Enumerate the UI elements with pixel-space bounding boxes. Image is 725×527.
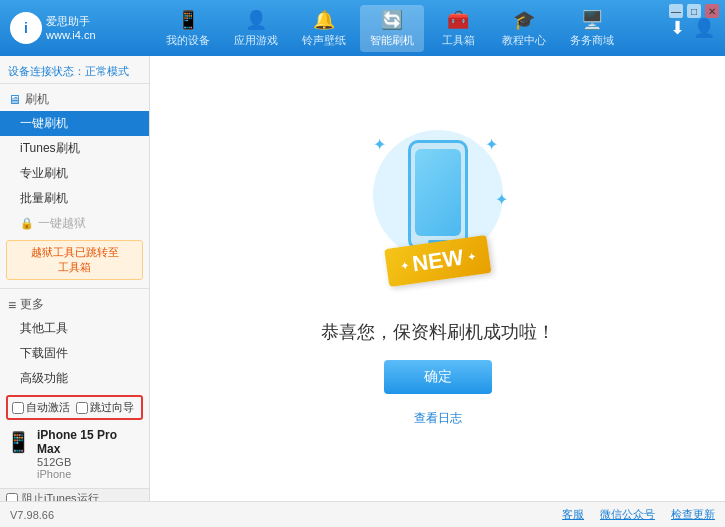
device-area: 自动激活 跳过向导 📱 iPhone 15 Pro Max 512GB iPho… — [0, 391, 149, 488]
nav-tab-ringtone[interactable]: 🔔 铃声壁纸 — [292, 5, 356, 52]
sidebar: 设备连接状态：正常模式 🖥 刷机 一键刷机 iTunes刷机 专业刷机 批量刷机… — [0, 56, 150, 501]
logo-icon: i — [10, 12, 42, 44]
nav-tab-toolbox[interactable]: 🧰 工具箱 — [428, 5, 488, 52]
lock-icon: 🔒 — [20, 217, 34, 230]
nav-tab-apps-games[interactable]: 👤 应用游戏 — [224, 5, 288, 52]
footer-links: 客服 微信公众号 检查更新 — [562, 507, 715, 522]
sidebar-item-onekey-jailbreak: 🔒 一键越狱 — [0, 211, 149, 236]
phone-frame — [408, 140, 468, 250]
phone-screen — [415, 149, 461, 236]
nav-tab-service[interactable]: 🖥️ 务务商域 — [560, 5, 624, 52]
my-device-icon: 📱 — [177, 9, 199, 31]
skip-guide-option[interactable]: 跳过向导 — [76, 400, 134, 415]
footer-link-update[interactable]: 检查更新 — [671, 507, 715, 522]
skip-guide-checkbox[interactable] — [76, 402, 88, 414]
download-icon[interactable]: ⬇ — [670, 17, 685, 39]
device-info: 📱 iPhone 15 Pro Max 512GB iPhone — [6, 424, 143, 484]
user-icon[interactable]: 👤 — [693, 17, 715, 39]
flash-section-icon: 🖥 — [8, 92, 21, 107]
footer-version: V7.98.66 — [10, 509, 54, 521]
logo-area: i 爱思助手 www.i4.cn — [10, 12, 110, 44]
sidebar-item-itunes-flash[interactable]: iTunes刷机 — [0, 136, 149, 161]
auto-options-box: 自动激活 跳过向导 — [6, 395, 143, 420]
nav-tab-service-label: 务务商域 — [570, 33, 614, 48]
flash-section-label: 刷机 — [25, 91, 49, 108]
win-controls: — □ ✕ — [669, 4, 719, 18]
auto-activate-option[interactable]: 自动激活 — [12, 400, 70, 415]
nav-tab-tutorial[interactable]: 🎓 教程中心 — [492, 5, 556, 52]
footer: V7.98.66 客服 微信公众号 检查更新 — [0, 501, 725, 527]
apps-games-icon: 👤 — [245, 9, 267, 31]
smart-flash-icon: 🔄 — [381, 9, 403, 31]
more-section-icon: ≡ — [8, 297, 16, 313]
sidebar-item-pro-flash[interactable]: 专业刷机 — [0, 161, 149, 186]
ringtone-icon: 🔔 — [313, 9, 335, 31]
nav-tabs: 📱 我的设备 👤 应用游戏 🔔 铃声壁纸 🔄 智能刷机 🧰 工具箱 🎓 — [110, 5, 670, 52]
main-content: ✦ ✦ ✦ ✦ NEW ✦ — [150, 56, 725, 501]
toolbox-icon: 🧰 — [447, 9, 469, 31]
minimize-button[interactable]: — — [669, 4, 683, 18]
sidebar-notice: 越狱工具已跳转至工具箱 — [6, 240, 143, 280]
auto-activate-checkbox[interactable] — [12, 402, 24, 414]
sparkle-icon-3: ✦ — [495, 190, 508, 209]
more-section-header: ≡ 更多 — [0, 293, 149, 316]
sidebar-item-download-firmware[interactable]: 下载固件 — [0, 341, 149, 366]
maximize-button[interactable]: □ — [687, 4, 701, 18]
sidebar-item-onekey-flash[interactable]: 一键刷机 — [0, 111, 149, 136]
auto-activate-label: 自动激活 — [26, 400, 70, 415]
success-illustration: ✦ ✦ ✦ ✦ NEW ✦ — [321, 130, 555, 427]
new-ribbon: ✦ NEW ✦ — [384, 235, 492, 287]
nav-tab-my-device[interactable]: 📱 我的设备 — [156, 5, 220, 52]
confirm-button[interactable]: 确定 — [384, 360, 492, 394]
nav-tab-smart-flash-label: 智能刷机 — [370, 33, 414, 48]
nav-tab-apps-games-label: 应用游戏 — [234, 33, 278, 48]
flash-section-header: 🖥 刷机 — [0, 88, 149, 111]
new-badge-text: NEW — [410, 245, 464, 278]
skip-guide-label: 跳过向导 — [90, 400, 134, 415]
device-details: iPhone 15 Pro Max 512GB iPhone — [37, 428, 143, 480]
phone-graphic: ✦ ✦ ✦ ✦ NEW ✦ — [368, 130, 508, 300]
sidebar-item-batch-flash[interactable]: 批量刷机 — [0, 186, 149, 211]
success-message: 恭喜您，保资料刷机成功啦！ — [321, 320, 555, 344]
device-name: iPhone 15 Pro Max — [37, 428, 143, 456]
new-stars-right: ✦ — [466, 250, 475, 262]
view-log-link[interactable]: 查看日志 — [414, 410, 462, 427]
phone-body — [408, 140, 468, 250]
nav-tab-tutorial-label: 教程中心 — [502, 33, 546, 48]
nav-tab-ringtone-label: 铃声壁纸 — [302, 33, 346, 48]
more-section-label: 更多 — [20, 296, 44, 313]
nav-tab-toolbox-label: 工具箱 — [442, 33, 475, 48]
new-banner: ✦ NEW ✦ — [386, 242, 489, 280]
sidebar-item-advanced[interactable]: 高级功能 — [0, 366, 149, 391]
device-storage: 512GB — [37, 456, 143, 468]
header: i 爱思助手 www.i4.cn 📱 我的设备 👤 应用游戏 🔔 铃声壁纸 🔄 — [0, 0, 725, 56]
sparkle-icon-1: ✦ — [373, 135, 386, 154]
device-phone-icon: 📱 — [6, 430, 31, 454]
nav-tab-my-device-label: 我的设备 — [166, 33, 210, 48]
footer-link-service[interactable]: 客服 — [562, 507, 584, 522]
footer-link-wechat[interactable]: 微信公众号 — [600, 507, 655, 522]
new-stars-left: ✦ — [399, 260, 408, 272]
header-right: ⬇ 👤 — [670, 17, 715, 39]
tutorial-icon: 🎓 — [513, 9, 535, 31]
service-icon: 🖥️ — [581, 9, 603, 31]
sidebar-status: 设备连接状态：正常模式 — [0, 60, 149, 84]
content-area: 设备连接状态：正常模式 🖥 刷机 一键刷机 iTunes刷机 专业刷机 批量刷机… — [0, 56, 725, 501]
sparkle-icon-2: ✦ — [485, 135, 498, 154]
logo-text: 爱思助手 www.i4.cn — [46, 14, 96, 43]
sidebar-item-other-tools[interactable]: 其他工具 — [0, 316, 149, 341]
device-type: iPhone — [37, 468, 143, 480]
nav-tab-smart-flash[interactable]: 🔄 智能刷机 — [360, 5, 424, 52]
close-button[interactable]: ✕ — [705, 4, 719, 18]
sidebar-divider-1 — [0, 288, 149, 289]
